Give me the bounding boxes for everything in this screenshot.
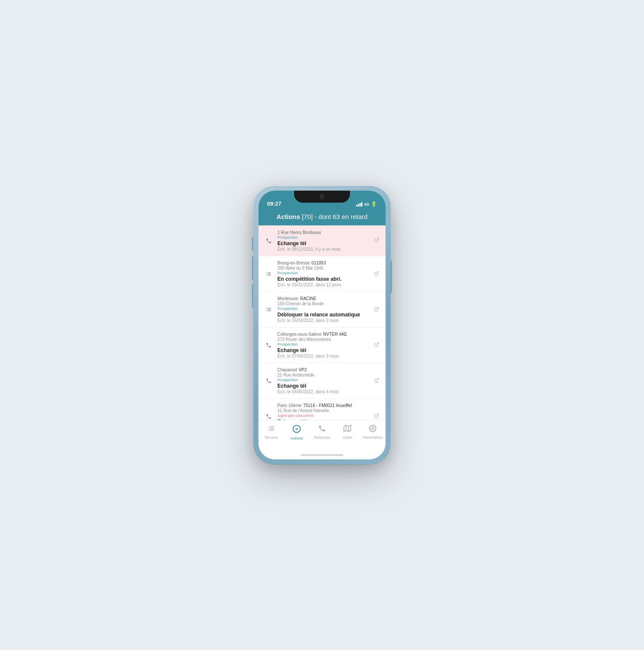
item-location: 1 Rue Henry Bordeaux [277, 230, 321, 235]
volume-down-button [252, 284, 253, 308]
external-link-icon[interactable] [373, 237, 380, 244]
status-time: 09:27 [267, 200, 281, 207]
network-icon: 4G [364, 202, 369, 207]
home-indicator [258, 451, 386, 459]
item-date: Éch. le 04/05/2022, dans 4 mois [277, 389, 369, 394]
phone-device: 09:27 4G 🔋 Actions [70] - dont 63 en ret… [253, 185, 391, 465]
item-code: 011053 [312, 261, 326, 265]
nav-terrains[interactable]: Terrains [258, 423, 284, 442]
check-nav-icon [292, 425, 301, 435]
svg-marker-9 [344, 425, 351, 432]
item-code: RACINE [300, 296, 316, 301]
svg-line-5 [376, 414, 379, 416]
phone-notch [294, 191, 350, 203]
item-address: 390 Allée du 8 Mai 1945 [277, 266, 369, 270]
nav-actions-label: Actions [290, 436, 303, 440]
item-city: Collonges-sous-Salève [277, 332, 322, 337]
item-date: Éch. le 26/01/2022, dans 12 jours [277, 282, 369, 287]
nav-carte[interactable]: Carte [335, 423, 360, 442]
svg-line-4 [376, 378, 379, 381]
external-link-icon[interactable] [373, 378, 380, 384]
list-nav-icon [267, 425, 275, 434]
item-type: Prospection [277, 378, 369, 382]
item-action-label: Echange tél [277, 347, 369, 353]
app-header: Actions [70] - dont 63 en retard [258, 210, 386, 225]
svg-line-1 [376, 271, 379, 274]
gear-nav-icon [369, 425, 377, 434]
nav-actions[interactable]: Actions [284, 423, 309, 442]
nav-relances-label: Relances [314, 435, 330, 440]
phone-icon [264, 378, 274, 384]
list-icon [264, 271, 274, 277]
phone-icon [264, 413, 274, 419]
item-action-label: Débloquer la relance automatique [277, 312, 369, 318]
nav-parametres[interactable]: Paramètres [360, 423, 386, 442]
item-city: Bourg-en-Bresse [277, 261, 310, 265]
bottom-navigation: Terrains Actions Relances Carte [258, 420, 386, 451]
item-action-label: En compétition fasse abri. [277, 276, 369, 282]
action-item-content: Collonges-sous-Salève NVTER #AE 273 Rout… [274, 332, 373, 358]
item-date: Éch. le 07/04/2022, dans 3 mois [277, 354, 369, 358]
item-city: Paris 16ème [277, 403, 301, 408]
action-item-content: Montesson RACINE 159 Chemin de la Borde … [274, 296, 373, 323]
item-type: Signé per concurrent [277, 413, 369, 418]
action-item[interactable]: Paris 16ème 75116 - FM0021 #vueiffel 11 … [258, 399, 386, 420]
nav-carte-label: Carte [343, 435, 352, 440]
item-city: Montesson [277, 296, 298, 301]
action-item-content: Paris 16ème 75116 - FM0021 #vueiffel 11 … [274, 403, 373, 420]
home-bar [301, 454, 343, 456]
item-address: 159 Chemin de la Borde [277, 301, 369, 306]
nav-terrains-label: Terrains [264, 435, 278, 440]
phone-icon [264, 238, 274, 244]
action-item[interactable]: Montesson RACINE 159 Chemin de la Borde … [258, 292, 386, 328]
item-type: Prospection [277, 271, 369, 275]
item-date: Éch. le 16/03/2022, dans 2 mois [277, 318, 369, 323]
item-code: 75116 - FM0021 #vueiffel [303, 403, 352, 408]
header-title: Actions [70] - dont 63 en retard [265, 213, 379, 220]
action-item[interactable]: 1 Rue Henry Bordeaux Prospection Echange… [258, 225, 386, 256]
action-item-content: Bourg-en-Bresse 011053 390 Allée du 8 Ma… [274, 261, 373, 287]
svg-point-12 [372, 428, 374, 430]
item-type: Prospection [277, 235, 369, 240]
phone-screen: 09:27 4G 🔋 Actions [70] - dont 63 en ret… [258, 191, 386, 459]
item-action-label: Echange tél [277, 383, 369, 389]
action-item-content: Chavanod VP2 21 Rue Andromède Prospectio… [274, 368, 373, 394]
item-city: Chavanod [277, 368, 297, 372]
phone-icon [264, 342, 274, 348]
nav-relances[interactable]: Relances [309, 423, 334, 442]
item-action-label: Echange tél [277, 240, 369, 246]
item-type: Prospection [277, 307, 369, 311]
svg-line-2 [376, 307, 379, 310]
item-type: Prospection [277, 342, 369, 346]
external-link-icon[interactable] [373, 307, 380, 313]
battery-icon: 🔋 [371, 201, 377, 207]
external-link-icon[interactable] [373, 413, 380, 420]
external-link-icon[interactable] [373, 271, 380, 277]
signal-icon [356, 202, 362, 207]
action-item[interactable]: Chavanod VP2 21 Rue Andromède Prospectio… [258, 363, 386, 399]
action-item-content: 1 Rue Henry Bordeaux Prospection Echange… [274, 230, 373, 252]
external-link-icon[interactable] [373, 342, 380, 349]
phone-nav-icon [318, 425, 326, 434]
item-code: NVTER #AE [323, 332, 347, 337]
power-button [391, 261, 392, 293]
action-item[interactable]: Collonges-sous-Salève NVTER #AE 273 Rout… [258, 328, 386, 363]
list-icon [264, 307, 274, 313]
action-item[interactable]: Bourg-en-Bresse 011053 390 Allée du 8 Ma… [258, 256, 386, 292]
svg-line-0 [376, 238, 379, 241]
item-address: 21 Rue Andromède [277, 373, 369, 377]
item-address: 273 Route des Manessières [277, 337, 369, 342]
nav-parametres-label: Paramètres [363, 435, 383, 440]
svg-line-3 [376, 343, 379, 345]
volume-up-button [252, 256, 253, 280]
item-date: Éch. le 08/12/2021, il y a un mois [277, 247, 369, 252]
item-address: 11 Rue de l'Amiral Hamelin [277, 408, 369, 413]
mute-button [252, 237, 253, 251]
status-icons: 4G 🔋 [356, 201, 377, 207]
item-code: VP2 [299, 368, 307, 372]
map-nav-icon [343, 425, 351, 434]
actions-list[interactable]: 1 Rue Henry Bordeaux Prospection Echange… [258, 225, 386, 420]
